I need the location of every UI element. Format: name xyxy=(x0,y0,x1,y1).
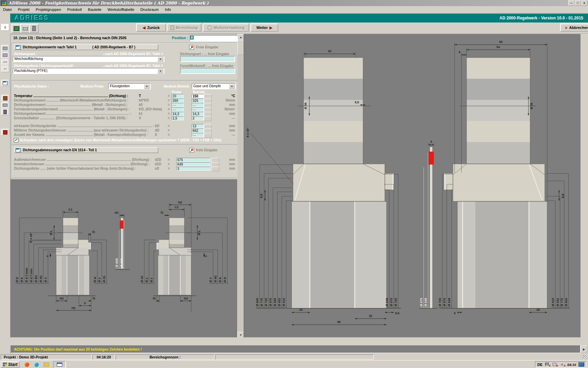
table-icon-side[interactable] xyxy=(1,80,9,87)
menu-werkstofftabelle[interactable]: Werkstofftabelle xyxy=(104,7,137,12)
next-button[interactable]: Weiter ▶ xyxy=(250,24,278,32)
brand-banner: ADRIESS AD 2000-Regelwerk - Version 10.0… xyxy=(10,14,588,22)
phone-icon[interactable] xyxy=(29,24,39,33)
maximize-button[interactable]: □ xyxy=(575,0,581,6)
close-button[interactable]: × xyxy=(581,0,587,6)
menu-protokoll[interactable]: Protokoll xyxy=(64,7,85,12)
value-field[interactable]: 3 xyxy=(176,167,210,171)
position-input[interactable]: 8 xyxy=(190,35,239,42)
probe-field[interactable]: 260 xyxy=(172,98,184,103)
modulverwaltung-button[interactable]: Modulverwaltung xyxy=(203,24,249,32)
dim-line xyxy=(79,305,81,306)
dim-label: Ø d1 xyxy=(140,276,144,282)
resize-grip[interactable] xyxy=(583,355,587,359)
tool-icon-1[interactable] xyxy=(1,45,9,52)
dichtungsart-free-input[interactable] xyxy=(180,56,235,62)
tool-icon-2[interactable] xyxy=(1,52,9,59)
back-button[interactable]: ◀ Zurück xyxy=(136,24,166,32)
dichtungsart-select[interactable]: Weichstoffdichtung ▼ xyxy=(13,56,164,62)
col-betrieb: Betrieb xyxy=(193,90,205,94)
device-icon[interactable] xyxy=(1,108,9,115)
menu-projektgruppen[interactable]: Projektgruppen xyxy=(33,7,64,12)
dichtungsart-dropdown-icon[interactable]: ▼ xyxy=(158,57,163,62)
value-button[interactable] xyxy=(204,133,212,138)
monitor-icon[interactable] xyxy=(12,24,21,33)
betrieb-field[interactable]: 325 xyxy=(192,98,204,103)
active-app-button[interactable] xyxy=(53,361,66,368)
value-button[interactable] xyxy=(204,98,212,103)
probe-field[interactable]: 2,5 xyxy=(172,116,184,120)
value-button[interactable] xyxy=(204,94,212,99)
menu-projekt[interactable]: Projekt xyxy=(15,7,33,12)
betrieb-field[interactable]: 150 xyxy=(192,94,204,98)
medium-probe-dropdown-icon[interactable]: ▼ xyxy=(144,84,150,89)
value-button[interactable] xyxy=(204,116,212,121)
probe-field[interactable]: 14,3 xyxy=(172,112,184,116)
flange-section-right xyxy=(157,218,191,295)
cancel-button[interactable]: × Abbrechen xyxy=(560,24,588,32)
berechnung-button[interactable]: Berechnung xyxy=(167,24,201,32)
form-scrollbar[interactable]: ▲ ▼ xyxy=(238,34,243,337)
betrieb-field[interactable]: 2 xyxy=(192,116,204,120)
nachziehen-checkbox[interactable]: ✓ xyxy=(14,138,18,142)
free-input-icon xyxy=(189,45,194,50)
value-button[interactable] xyxy=(204,112,212,117)
value-button[interactable] xyxy=(211,162,219,167)
dim-label: Ø 725 xyxy=(394,298,397,306)
value-button[interactable] xyxy=(204,103,212,108)
printer-icon[interactable] xyxy=(1,102,9,108)
dim-label: f3 xyxy=(153,297,156,300)
dim-label: Ø d2D xyxy=(115,258,118,267)
probe-field[interactable]: --- xyxy=(172,103,184,107)
menu-bauteile[interactable]: Bauteile xyxy=(85,7,104,12)
betrieb-field[interactable]: --- xyxy=(192,107,204,111)
value-button[interactable] xyxy=(204,124,212,129)
menu-druckraum[interactable]: Druckraum xyxy=(137,7,162,12)
quicklaunch-icon-1[interactable] xyxy=(24,362,29,367)
scroll-right-icon[interactable]: ▶ xyxy=(581,346,587,353)
volume-status-icon[interactable]: × xyxy=(560,362,565,367)
dichtungsform-label: Dichtungsform / Dichtungswerkstoff : xyxy=(14,64,75,68)
book-icon[interactable] xyxy=(1,95,9,102)
scroll-up-icon[interactable]: ▲ xyxy=(238,34,244,40)
ratio-icon-1[interactable]: 16:9 xyxy=(1,59,9,65)
betrieb-field[interactable]: 14,3 xyxy=(192,112,204,116)
betrieb-field[interactable]: --- xyxy=(192,103,204,107)
probe-field[interactable]: --- xyxy=(172,107,184,111)
menu-datei[interactable]: Datei xyxy=(0,7,15,12)
dichtungsform-dropdown-icon[interactable]: ▼ xyxy=(158,69,163,74)
folder-icon[interactable] xyxy=(44,363,49,367)
menu-info[interactable]: Info xyxy=(162,7,174,12)
medium-betrieb-dropdown-icon[interactable]: ▼ xyxy=(229,84,235,89)
large-flange-right xyxy=(444,58,547,308)
value-field[interactable]: 675 xyxy=(176,158,210,162)
flag-status-icon[interactable]: × xyxy=(545,362,550,367)
form-free-input[interactable] xyxy=(180,68,235,74)
dichtungsform-select[interactable]: Flachdichtung (PTFE) ▼ xyxy=(13,68,164,74)
value-field[interactable]: --- xyxy=(192,133,204,137)
quicklaunch-icon-2[interactable] xyxy=(34,362,39,367)
display-tray-icon[interactable] xyxy=(578,362,584,367)
value-field[interactable]: 662 xyxy=(192,128,204,133)
ratio-icon-2[interactable]: 3:4 xyxy=(1,65,9,72)
medium-betrieb-select[interactable]: Gase und Dämpfe ▼ xyxy=(192,83,236,89)
minimize-button[interactable]: – xyxy=(568,0,574,6)
scroll-thumb[interactable] xyxy=(238,40,244,55)
value-button[interactable] xyxy=(204,107,212,112)
value-button[interactable] xyxy=(211,158,219,163)
red-book-icon[interactable] xyxy=(1,129,9,136)
print-icon[interactable] xyxy=(20,24,30,33)
value-button[interactable] xyxy=(204,128,212,133)
signature-icon[interactable]: S xyxy=(1,24,9,31)
probe-field[interactable]: 20 xyxy=(172,94,184,98)
value-field[interactable]: 649 xyxy=(176,162,210,166)
position-value: 8 xyxy=(190,36,194,40)
value-field[interactable]: 13 xyxy=(192,124,204,128)
start-button[interactable]: Start xyxy=(1,361,20,368)
table-row: Außendurchmesser .......................… xyxy=(12,158,238,162)
value-button[interactable] xyxy=(211,167,219,171)
dim-line xyxy=(428,144,430,145)
language-indicator[interactable]: DE xyxy=(537,363,542,367)
network-status-icon[interactable]: × xyxy=(552,362,557,367)
medium-probe-select[interactable]: Flüssigkeiten ▼ xyxy=(108,83,151,89)
